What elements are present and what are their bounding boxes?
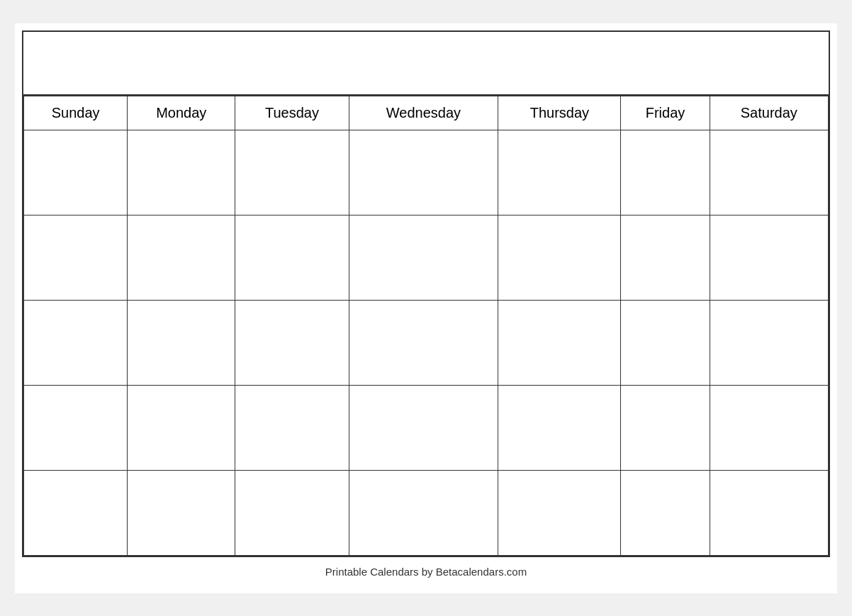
calendar-cell[interactable] (235, 385, 349, 470)
calendar-grid: Sunday Monday Tuesday Wednesday Thursday… (23, 96, 829, 556)
header-thursday: Thursday (498, 96, 621, 130)
calendar-cell[interactable] (235, 215, 349, 300)
calendar-cell[interactable] (498, 300, 621, 385)
calendar-cell[interactable] (24, 130, 128, 215)
calendar-cell[interactable] (621, 215, 710, 300)
calendar-title-row (23, 32, 829, 96)
calendar-cell[interactable] (24, 215, 128, 300)
header-tuesday: Tuesday (235, 96, 349, 130)
calendar-cell[interactable] (235, 470, 349, 555)
calendar-cell[interactable] (128, 300, 235, 385)
calendar-row (24, 385, 829, 470)
header-saturday: Saturday (710, 96, 828, 130)
calendar-cell[interactable] (710, 300, 828, 385)
calendar-cell[interactable] (621, 300, 710, 385)
calendar-row (24, 130, 829, 215)
calendar-cell[interactable] (349, 130, 498, 215)
header-wednesday: Wednesday (349, 96, 498, 130)
header-monday: Monday (128, 96, 235, 130)
calendar-cell[interactable] (498, 385, 621, 470)
calendar-cell[interactable] (235, 300, 349, 385)
calendar-cell[interactable] (498, 130, 621, 215)
calendar-cell[interactable] (128, 385, 235, 470)
calendar-container: Sunday Monday Tuesday Wednesday Thursday… (22, 30, 830, 557)
header-sunday: Sunday (24, 96, 128, 130)
header-row: Sunday Monday Tuesday Wednesday Thursday… (24, 96, 829, 130)
footer-text: Printable Calendars by Betacalendars.com (325, 566, 527, 578)
calendar-cell[interactable] (710, 130, 828, 215)
calendar-cell[interactable] (349, 470, 498, 555)
calendar-cell[interactable] (128, 130, 235, 215)
footer: Printable Calendars by Betacalendars.com (22, 557, 830, 586)
calendar-cell[interactable] (710, 470, 828, 555)
calendar-cell[interactable] (498, 470, 621, 555)
calendar-cell[interactable] (710, 385, 828, 470)
calendar-cell[interactable] (349, 300, 498, 385)
calendar-cell[interactable] (128, 470, 235, 555)
calendar-row (24, 470, 829, 555)
calendar-cell[interactable] (349, 215, 498, 300)
calendar-row (24, 215, 829, 300)
calendar-cell[interactable] (24, 300, 128, 385)
calendar-row (24, 300, 829, 385)
calendar-cell[interactable] (621, 130, 710, 215)
calendar-cell[interactable] (498, 215, 621, 300)
calendar-wrapper: Sunday Monday Tuesday Wednesday Thursday… (15, 23, 837, 593)
calendar-cell[interactable] (128, 215, 235, 300)
calendar-cell[interactable] (24, 470, 128, 555)
calendar-cell[interactable] (621, 470, 710, 555)
calendar-cell[interactable] (621, 385, 710, 470)
calendar-cell[interactable] (235, 130, 349, 215)
calendar-cell[interactable] (710, 215, 828, 300)
calendar-cell[interactable] (24, 385, 128, 470)
header-friday: Friday (621, 96, 710, 130)
calendar-cell[interactable] (349, 385, 498, 470)
calendar-body (24, 130, 829, 555)
